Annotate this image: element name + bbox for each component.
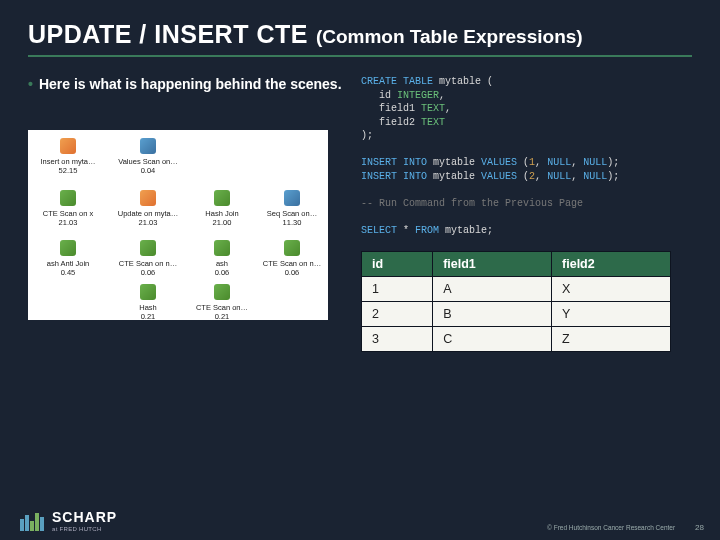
table-row: 1 A X (362, 277, 671, 302)
plan-node-cost: 21.00 (213, 218, 232, 227)
plan-node-icon (58, 238, 78, 258)
plan-node-label: Values Scan on… (114, 158, 182, 166)
plan-node-label: Update on myta… (114, 210, 182, 218)
table-header: id (362, 252, 433, 277)
plan-node-icon (138, 282, 158, 302)
plan-node-label: CTE Scan on n… (114, 260, 182, 268)
query-plan-diagram: Insert on myta… 52.15 Values Scan on… 0.… (28, 130, 328, 320)
plan-node-label: CTE Scan on… (188, 304, 256, 312)
plan-node-icon (212, 238, 232, 258)
bullet-dot: • (28, 75, 33, 94)
plan-node-icon (58, 136, 78, 156)
plan-node-cost: 0.45 (61, 268, 76, 277)
plan-node-icon (212, 188, 232, 208)
plan-node-label: ash Anti Join (34, 260, 102, 268)
title-sub: (Common Table Expressions) (316, 26, 583, 48)
plan-node-cost: 21.03 (59, 218, 78, 227)
slide-title: UPDATE / INSERT CTE (Common Table Expres… (28, 20, 692, 49)
plan-node-cost: 0.06 (285, 268, 300, 277)
title-rule (28, 55, 692, 57)
plan-node-icon (212, 282, 232, 302)
plan-node-cost: 0.21 (215, 312, 230, 321)
bullet-text: Here is what is happening behind the sce… (39, 75, 342, 94)
page-number: 28 (695, 523, 704, 532)
logo-icon (20, 511, 46, 531)
table-header: field1 (433, 252, 552, 277)
logo-tagline: at FRED HUTCH (52, 526, 117, 532)
plan-node-cost: 0.21 (141, 312, 156, 321)
logo-name: SCHARP (52, 510, 117, 524)
plan-node-label: Seq Scan on… (258, 210, 326, 218)
plan-node-icon (282, 238, 302, 258)
plan-node-cost: 0.06 (215, 268, 230, 277)
plan-node-cost: 52.15 (59, 166, 78, 175)
table-header: field2 (552, 252, 671, 277)
plan-node-label: CTE Scan on n… (258, 260, 326, 268)
plan-node-icon (58, 188, 78, 208)
table-row: 2 B Y (362, 302, 671, 327)
title-main: UPDATE / INSERT CTE (28, 20, 308, 49)
copyright-text: © Fred Hutchinson Cancer Research Center (547, 524, 675, 531)
plan-node-icon (138, 136, 158, 156)
plan-node-label: Hash (114, 304, 182, 312)
plan-node-icon (138, 188, 158, 208)
plan-node-cost: 0.06 (141, 268, 156, 277)
result-table: id field1 field2 1 A X 2 B Y (361, 251, 671, 352)
plan-node-icon (138, 238, 158, 258)
plan-node-cost: 0.04 (141, 166, 156, 175)
code-block: CREATE TABLE mytable ( id INTEGER, field… (361, 75, 692, 237)
plan-node-cost: 11.30 (283, 218, 302, 227)
bullet-line: • Here is what is happening behind the s… (28, 75, 343, 94)
plan-node-label: Insert on myta… (34, 158, 102, 166)
plan-node-icon (282, 188, 302, 208)
plan-node-label: ash (188, 260, 256, 268)
plan-node-cost: 21.03 (139, 218, 158, 227)
footer-logo: SCHARP at FRED HUTCH (20, 510, 117, 532)
plan-node-label: CTE Scan on x (34, 210, 102, 218)
plan-node-label: Hash Join (188, 210, 256, 218)
table-row: 3 C Z (362, 327, 671, 352)
